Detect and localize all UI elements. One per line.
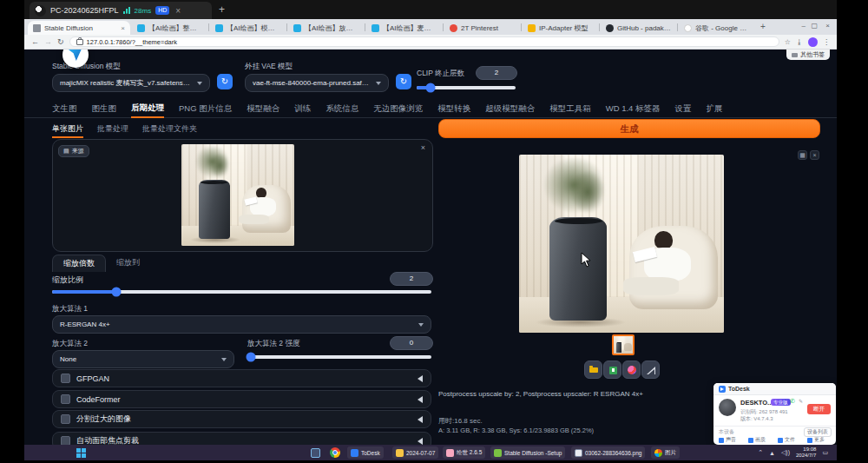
result-image[interactable] bbox=[519, 155, 724, 333]
save-image-button[interactable] bbox=[603, 360, 621, 379]
download-icon[interactable]: ⭳ bbox=[796, 38, 803, 46]
taskbar-folder[interactable]: 2024-07-07 bbox=[392, 446, 438, 459]
tab-extensions[interactable]: 扩展 bbox=[707, 100, 723, 117]
scale-slider[interactable] bbox=[52, 290, 431, 294]
clear-image-icon[interactable]: × bbox=[421, 143, 425, 152]
site-info-icon[interactable] bbox=[76, 39, 83, 45]
tab-img2img[interactable]: 图生图 bbox=[92, 100, 117, 117]
volume-icon[interactable]: ◁)) bbox=[781, 449, 790, 456]
input-image[interactable] bbox=[181, 144, 294, 246]
start-button[interactable] bbox=[76, 448, 86, 458]
sound-tool[interactable]: 声音 bbox=[719, 436, 736, 444]
accordion-gfpgan[interactable]: GFPGAN bbox=[52, 369, 431, 387]
subtab-batch-process[interactable]: 批量处理 bbox=[97, 123, 128, 138]
tab-scale-to[interactable]: 缩放到 bbox=[106, 255, 150, 272]
session-close-icon[interactable]: × bbox=[175, 6, 181, 16]
back-icon[interactable]: ← bbox=[31, 37, 39, 46]
profile-avatar[interactable] bbox=[808, 37, 818, 47]
taskbar-todesk[interactable]: ToDesk bbox=[347, 446, 384, 459]
clip-skip-value[interactable]: 2 bbox=[476, 66, 517, 80]
tab-super-merger[interactable]: 超级模型融合 bbox=[485, 100, 535, 117]
phone-icon[interactable]: ✆ bbox=[790, 398, 795, 405]
auto-face-crop-checkbox[interactable] bbox=[61, 436, 70, 445]
upscaler1-dropdown[interactable]: R-ESRGAN 4x+ bbox=[52, 315, 431, 334]
send-to-extras-button[interactable] bbox=[641, 360, 660, 379]
gallery-grid-icon[interactable]: ▦ bbox=[798, 150, 807, 160]
disconnect-button[interactable]: 断开 bbox=[807, 404, 831, 414]
generate-button[interactable]: 生成 bbox=[438, 119, 820, 138]
browser-tab[interactable]: 【AI绘画】放大算法对比_哔哩哔哩_bilibili bbox=[288, 21, 365, 35]
gallery-thumbnail[interactable] bbox=[612, 334, 635, 355]
tray-clock[interactable]: 19:08 2024/7/7 bbox=[796, 446, 816, 459]
open-folder-button[interactable] bbox=[584, 360, 602, 379]
tab-checkpoint-merger[interactable]: 模型融合 bbox=[247, 100, 279, 117]
browser-tab[interactable]: GitHub - padak/PCStudio bbox=[601, 21, 677, 35]
address-bar[interactable]: 127.0.0.1:7860/?__theme=dark bbox=[69, 36, 779, 47]
tab-wd14-tagger[interactable]: WD 1.4 标签器 bbox=[606, 100, 661, 117]
gfpgan-checkbox[interactable] bbox=[61, 374, 70, 383]
accordion-auto-face-crop[interactable]: 自动面部焦点剪裁 bbox=[52, 432, 431, 445]
subtab-batch-folder[interactable]: 批量处理文件夹 bbox=[142, 123, 197, 138]
browser-tab[interactable]: 【AI绘画】麦橘写实模型_哔哩哔哩_bilibili bbox=[366, 21, 443, 35]
todesk-header[interactable]: ToDesk bbox=[713, 383, 836, 395]
close-button[interactable]: × bbox=[825, 22, 830, 30]
chrome-taskbar-icon[interactable] bbox=[330, 447, 340, 458]
refresh-vae-button[interactable]: ↻ bbox=[396, 74, 411, 89]
hd-quality-badge[interactable]: HD bbox=[155, 6, 169, 15]
bookmark-star-icon[interactable]: ☆ bbox=[785, 38, 791, 46]
tab-train[interactable]: 训练 bbox=[294, 100, 311, 117]
gallery-close-icon[interactable]: × bbox=[810, 150, 819, 160]
upscaler2-dropdown[interactable]: None bbox=[52, 350, 234, 368]
taskbar-png-file[interactable]: 03062-288364636.png bbox=[571, 446, 645, 459]
tab-scale-by[interactable]: 缩放倍数 bbox=[52, 255, 106, 272]
notification-icon[interactable]: ▭ bbox=[822, 449, 828, 456]
tab-model-converter[interactable]: 模型转换 bbox=[437, 100, 470, 117]
refresh-model-button[interactable]: ↻ bbox=[217, 74, 233, 89]
codeformer-checkbox[interactable] bbox=[61, 394, 70, 404]
tab-extras[interactable]: 后期处理 bbox=[131, 99, 164, 118]
edit-icon[interactable]: ✎ bbox=[799, 398, 803, 404]
task-view-button[interactable] bbox=[311, 448, 320, 458]
clip-skip-slider[interactable] bbox=[417, 86, 516, 89]
tab-system-info[interactable]: 系统信息 bbox=[326, 100, 358, 117]
browser-tab[interactable]: 【AI绘画】整合包安装教程_哔哩哔哩_bilibili bbox=[132, 21, 208, 35]
tab-png-info[interactable]: PNG 图片信息 bbox=[179, 100, 232, 117]
remote-session-tab[interactable]: PC-20240625HFPL 28ms HD × bbox=[30, 2, 212, 19]
upscaler2-strength-slider[interactable] bbox=[247, 355, 431, 359]
source-image-dropzone[interactable]: ▤ 来源 × bbox=[52, 139, 433, 252]
source-chip[interactable]: ▤ 来源 bbox=[58, 145, 89, 157]
reload-icon[interactable]: ↻ bbox=[57, 37, 64, 46]
more-tool[interactable]: 更多 bbox=[807, 436, 825, 444]
upscaler2-strength-value[interactable]: 0 bbox=[390, 336, 433, 350]
other-bookmarks-button[interactable]: 其他书签 bbox=[786, 50, 830, 60]
taskbar-photos[interactable]: 图片 bbox=[651, 446, 680, 459]
tab-model-toolkit[interactable]: 模型工具箱 bbox=[549, 100, 591, 117]
browser-tab[interactable]: IP-Adapter 模型 bbox=[523, 21, 599, 35]
new-session-button[interactable]: + bbox=[219, 3, 225, 16]
send-to-img2img-button[interactable] bbox=[622, 360, 641, 379]
tab-settings[interactable]: 设置 bbox=[675, 100, 692, 117]
browser-tab[interactable]: 【AI绘画】模型推荐_哔哩哔哩_bilibili bbox=[210, 21, 286, 35]
tab-close-icon[interactable]: × bbox=[121, 24, 125, 32]
split-oversize-checkbox[interactable] bbox=[61, 414, 70, 424]
browser-tab-active[interactable]: Stable Diffusion × bbox=[28, 21, 130, 35]
browser-tab[interactable]: 谷歌 - Google 搜索 bbox=[679, 21, 755, 35]
maximize-button[interactable]: ▢ bbox=[811, 22, 818, 30]
browser-menu-icon[interactable]: ⋮ bbox=[823, 38, 830, 46]
tray-chevron-icon[interactable]: ⌃ bbox=[758, 449, 763, 456]
tab-txt2img[interactable]: 文生图 bbox=[52, 100, 77, 117]
file-tool[interactable]: 文件 bbox=[778, 436, 795, 444]
accordion-codeformer[interactable]: CodeFormer bbox=[52, 390, 431, 408]
vae-dropdown[interactable]: vae-ft-mse-840000-ema-pruned.safetensors bbox=[245, 74, 389, 92]
quality-tool[interactable]: 画质 bbox=[748, 436, 766, 444]
scale-value[interactable]: 2 bbox=[390, 272, 433, 286]
subtab-single-image[interactable]: 单张图片 bbox=[52, 123, 83, 138]
taskbar-setup-console[interactable]: Stable Diffusion -Setup bbox=[490, 446, 565, 459]
taskbar-launcher[interactable]: 绘世 2.6.5 bbox=[443, 446, 485, 459]
tab-infinite-browser[interactable]: 无边图像浏览 bbox=[373, 100, 423, 117]
sd-model-dropdown[interactable]: majicMIX realistic 麦橘写实_v7.safetensors [… bbox=[52, 74, 210, 92]
minimize-button[interactable]: – bbox=[802, 22, 806, 30]
accordion-split-oversize[interactable]: 分割过大的图像 bbox=[52, 410, 431, 428]
browser-tab[interactable]: 2T Pinterest bbox=[444, 21, 521, 35]
network-icon[interactable]: ▲ bbox=[769, 450, 775, 456]
